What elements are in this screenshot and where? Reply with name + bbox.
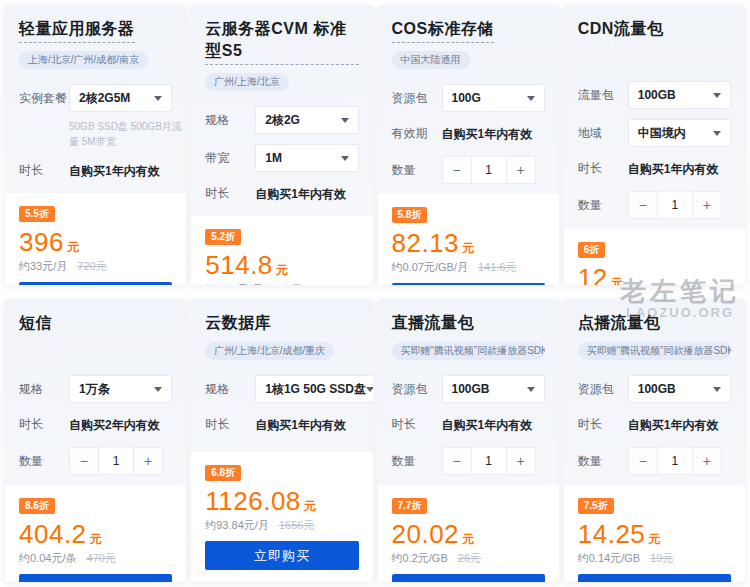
select-dropdown[interactable]: 2核2G5M [69,84,172,112]
config-fields: 流量包100GB地域中国境内时长自购买1年内有效数量−1+ [578,81,731,219]
stepper-plus-icon[interactable]: + [692,191,722,219]
stepper-plus-icon[interactable]: + [506,156,536,184]
stepper-value[interactable]: 1 [472,447,506,475]
field-label: 时长 [578,416,628,433]
stepper-plus-icon[interactable]: + [692,447,722,475]
select-dropdown[interactable]: 1核1G 50G SSD盘 [255,375,372,403]
card-config-section: 云数据库 广州/上海/北京/成都/重庆 规格1核1G 50G SSD盘时长自购买… [191,299,372,452]
config-fields: 资源包100G有效期自购买1年内有效数量−1+ [392,84,545,184]
field-row: 地域中国境内 [578,119,731,147]
field-label: 时长 [392,416,442,433]
field-control: 自购买1年内有效 [255,184,358,203]
stepper-minus-icon[interactable]: − [442,156,472,184]
stepper-value[interactable]: 1 [99,447,133,475]
price-value: 20.02 [392,520,460,548]
field-control: 1M [255,144,358,172]
buy-button[interactable]: 立即购买 [19,282,172,285]
field-value: 自购买1年内有效 [442,127,533,141]
card-config-section: 轻量应用服务器 上海/北京/广州/成都/南京 实例套餐2核2G5M50GB SS… [5,5,186,193]
field-control: 2核2G [255,106,358,134]
card-price-section: 7.7折 20.02 元 约0.2元/GB 26元 立即购买 [378,485,559,582]
select-dropdown[interactable]: 100GB [628,375,731,403]
select-dropdown[interactable]: 2核2G [255,106,358,134]
field-row: 时长自购买1年内有效 [205,413,358,435]
buy-button[interactable]: 立即购买 [392,283,545,285]
field-label: 实例套餐 [19,90,69,107]
quantity-stepper: −1+ [69,447,172,475]
field-label: 有效期 [392,125,442,142]
original-price: 1656元 [279,519,314,531]
card-config-section: 点播流量包 买即赠“腾讯视频”同款播放器SDK License 资源包100GB… [564,299,745,485]
stepper-value[interactable]: 1 [658,447,692,475]
discount-badge: 5.5折 [19,206,55,222]
select-dropdown[interactable]: 1M [255,144,358,172]
select-value: 1M [265,151,282,165]
original-price: 470元 [87,552,116,564]
field-control: 100G [442,84,545,112]
select-dropdown[interactable]: 1万条 [69,375,172,403]
field-label: 流量包 [578,87,628,104]
field-row: 时长自购买1年内有效 [578,413,731,435]
stepper-minus-icon[interactable]: − [69,447,99,475]
buy-button[interactable]: 立即购买 [578,574,731,582]
price-line: 14.25 元 [578,520,731,548]
stepper-value[interactable]: 1 [472,156,506,184]
price-currency: 元 [648,531,660,548]
unit-price: 约0.14元/GB [578,552,640,564]
product-title: CDN流量包 [578,18,664,40]
stepper-plus-icon[interactable]: + [133,447,163,475]
region-tag: 中国大陆通用 [392,51,470,69]
card-price-section: 5.2折 514.8 元 约42.9元/月 990元 立即购买 [191,216,372,285]
field-label: 资源包 [392,90,442,107]
product-title: 点播流量包 [578,312,661,334]
cards-grid: 轻量应用服务器 上海/北京/广州/成都/南京 实例套餐2核2G5M50GB SS… [0,0,750,587]
field-row: 数量−1+ [578,191,731,219]
field-control: 2核2G5M [69,84,172,112]
stepper-minus-icon[interactable]: − [442,447,472,475]
field-label: 带宽 [205,150,255,167]
field-row: 数量−1+ [19,447,172,475]
price-line: 12 元 [578,264,731,285]
field-control: 100GB [628,81,731,109]
field-row: 流量包100GB [578,81,731,109]
stepper-plus-icon[interactable]: + [506,447,536,475]
region-tag: 广州/上海/北京/成都/重庆 [205,342,334,360]
field-value: 自购买1年内有效 [442,418,533,432]
quantity-stepper: −1+ [628,191,731,219]
stepper-minus-icon[interactable]: − [628,191,658,219]
field-control: 100GB [628,375,731,403]
field-label: 数量 [392,162,442,179]
subprice-line: 约42.9元/月 990元 [205,282,358,285]
field-row: 资源包100GB [392,375,545,403]
card-price-section: 7.5折 14.25 元 约0.14元/GB 19元 立即购买 [564,485,745,582]
select-dropdown[interactable]: 100GB [442,375,545,403]
price-line: 396 元 [19,228,172,256]
card-price-section: 8.6折 404.2 元 约0.04元/条 470元 立即购买 [5,485,186,582]
field-label: 规格 [205,112,255,129]
field-label: 规格 [19,381,69,398]
tag-row: 中国大陆通用 [392,51,545,71]
buy-button[interactable]: 立即购买 [205,541,358,570]
product-card: 短信 规格1万条时长自购买2年内有效数量−1+ 8.6折 404.2 元 约0.… [5,299,186,582]
field-control: 自购买2年内有效 [69,415,172,434]
select-dropdown[interactable]: 中国境内 [628,119,731,147]
product-title: 短信 [19,312,52,334]
buy-button[interactable]: 立即购买 [19,574,172,582]
field-row: 规格1万条 [19,375,172,403]
chevron-down-icon [154,96,162,105]
chevron-down-icon [366,387,373,396]
stepper-minus-icon[interactable]: − [628,447,658,475]
select-dropdown[interactable]: 100GB [628,81,731,109]
field-row: 数量−1+ [578,447,731,475]
product-card: 轻量应用服务器 上海/北京/广州/成都/南京 实例套餐2核2G5M50GB SS… [5,5,186,285]
tag-row: 买即赠“腾讯视频”同款播放器SDK License [392,342,545,362]
field-row: 数量−1+ [392,156,545,184]
select-dropdown[interactable]: 100G [442,84,545,112]
chevron-down-icon [713,131,721,140]
unit-price: 约0.07元/GB/月 [392,261,468,273]
price-currency: 元 [276,262,288,279]
field-row: 规格1核1G 50G SSD盘 [205,375,358,403]
stepper-value[interactable]: 1 [658,191,692,219]
config-fields: 规格1万条时长自购买2年内有效数量−1+ [19,375,172,475]
buy-button[interactable]: 立即购买 [392,574,545,582]
